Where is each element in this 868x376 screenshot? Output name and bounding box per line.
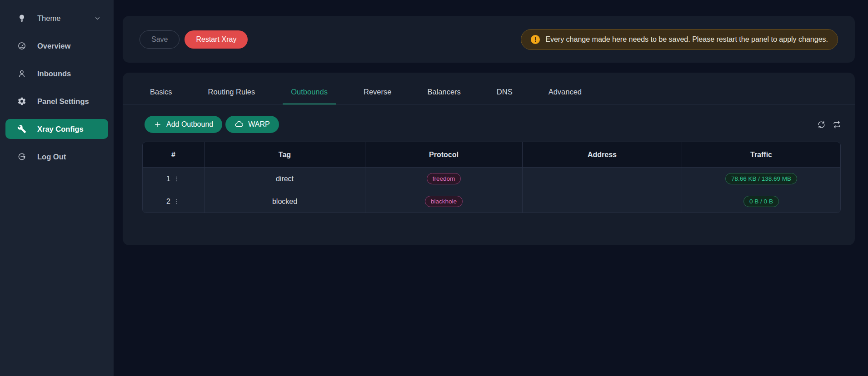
warp-label: WARP bbox=[248, 120, 269, 129]
traffic-cell: 0 B / 0 B bbox=[682, 190, 840, 213]
warp-button[interactable]: WARP bbox=[225, 116, 279, 133]
tab-basics[interactable]: Basics bbox=[150, 88, 172, 104]
sidebar-item-label: Inbounds bbox=[37, 69, 71, 78]
protocol-cell: blackhole bbox=[365, 190, 522, 213]
sidebar-item-xray-configs[interactable]: Xray Configs bbox=[5, 119, 108, 139]
table-tools bbox=[817, 120, 841, 129]
column-header-tag: Tag bbox=[204, 142, 365, 167]
warning-alert: ! Every change made here needs to be sav… bbox=[521, 29, 838, 50]
tab-label: Balancers bbox=[427, 88, 460, 96]
table-body: 1 direct freedom 78.66 KB / 138.69 MB 2 bbox=[143, 167, 840, 213]
xray-configs-card: Basics Routing Rules Outbounds Reverse B… bbox=[123, 73, 855, 245]
tab-dns[interactable]: DNS bbox=[497, 88, 513, 104]
row-index: 2 bbox=[166, 198, 170, 206]
sidebar-item-theme[interactable]: Theme bbox=[5, 8, 108, 28]
toolbar-card: Save Restart Xray ! Every change made he… bbox=[123, 16, 855, 63]
cloud-icon bbox=[234, 120, 244, 129]
repeat-icon[interactable] bbox=[833, 120, 841, 129]
save-button[interactable]: Save bbox=[140, 30, 180, 49]
address-cell bbox=[522, 168, 682, 190]
add-outbound-button[interactable]: Add Outbound bbox=[145, 116, 222, 133]
user-icon bbox=[17, 69, 26, 78]
tab-label: Basics bbox=[150, 88, 172, 96]
tab-outbounds[interactable]: Outbounds bbox=[291, 88, 328, 104]
sidebar-item-label: Xray Configs bbox=[37, 125, 84, 134]
sidebar-item-log-out[interactable]: Log Out bbox=[5, 147, 108, 167]
tab-reverse[interactable]: Reverse bbox=[364, 88, 391, 104]
protocol-cell: freedom bbox=[365, 168, 522, 190]
traffic-badge: 0 B / 0 B bbox=[743, 196, 779, 207]
tab-label: Routing Rules bbox=[208, 88, 255, 96]
bulb-icon bbox=[17, 14, 26, 23]
tab-bar: Basics Routing Rules Outbounds Reverse B… bbox=[123, 88, 855, 104]
sidebar-item-label: Overview bbox=[37, 42, 70, 50]
sidebar-item-overview[interactable]: Overview bbox=[5, 36, 108, 56]
traffic-badge: 78.66 KB / 138.69 MB bbox=[725, 173, 797, 184]
sidebar-item-label: Log Out bbox=[37, 153, 66, 161]
table-row: 1 direct freedom 78.66 KB / 138.69 MB bbox=[143, 167, 840, 190]
more-vertical-icon[interactable] bbox=[173, 198, 180, 205]
tag-cell: blocked bbox=[204, 190, 365, 213]
tab-label: Outbounds bbox=[291, 88, 328, 96]
dashboard-icon bbox=[17, 41, 26, 50]
sidebar: Theme Overview Inbounds Panel Settings X… bbox=[0, 0, 114, 376]
tab-label: Advanced bbox=[549, 88, 582, 96]
tab-label: Reverse bbox=[364, 88, 391, 96]
protocol-badge: blackhole bbox=[425, 196, 463, 207]
exclamation-circle-icon: ! bbox=[531, 35, 540, 44]
add-outbound-label: Add Outbound bbox=[166, 120, 213, 129]
tab-balancers[interactable]: Balancers bbox=[427, 88, 460, 104]
logout-icon bbox=[17, 152, 26, 161]
sidebar-item-inbounds[interactable]: Inbounds bbox=[5, 64, 108, 84]
gear-icon bbox=[17, 97, 26, 106]
column-header-address: Address bbox=[522, 142, 682, 167]
more-vertical-icon[interactable] bbox=[173, 175, 180, 183]
chevron-down-icon bbox=[94, 15, 101, 22]
tab-label: DNS bbox=[497, 88, 513, 96]
table-header-row: # Tag Protocol Address Traffic bbox=[143, 142, 840, 167]
sidebar-item-label: Panel Settings bbox=[37, 97, 89, 106]
tab-advanced[interactable]: Advanced bbox=[549, 88, 582, 104]
refresh-icon[interactable] bbox=[817, 120, 826, 129]
main-content: Save Restart Xray ! Every change made he… bbox=[114, 0, 868, 376]
protocol-badge: freedom bbox=[427, 173, 461, 184]
wrench-icon bbox=[17, 124, 26, 134]
sidebar-item-label: Theme bbox=[37, 14, 60, 23]
sidebar-item-panel-settings[interactable]: Panel Settings bbox=[5, 91, 108, 111]
traffic-cell: 78.66 KB / 138.69 MB bbox=[682, 168, 840, 190]
index-cell: 1 bbox=[143, 168, 204, 190]
actions-row: Add Outbound WARP bbox=[145, 116, 841, 133]
outbounds-table: # Tag Protocol Address Traffic 1 direct … bbox=[142, 142, 841, 213]
alert-text: Every change made here needs to be saved… bbox=[545, 35, 828, 44]
column-header-traffic: Traffic bbox=[682, 142, 840, 167]
plus-icon bbox=[154, 120, 162, 129]
sidebar-menu: Theme Overview Inbounds Panel Settings X… bbox=[0, 8, 114, 167]
table-row: 2 blocked blackhole 0 B / 0 B bbox=[143, 190, 840, 213]
restart-xray-button[interactable]: Restart Xray bbox=[185, 30, 248, 49]
column-header-index: # bbox=[143, 142, 204, 167]
tabs: Basics Routing Rules Outbounds Reverse B… bbox=[150, 88, 855, 104]
address-cell bbox=[522, 190, 682, 213]
tag-cell: direct bbox=[204, 168, 365, 190]
tab-routing-rules[interactable]: Routing Rules bbox=[208, 88, 255, 104]
column-header-protocol: Protocol bbox=[365, 142, 522, 167]
index-cell: 2 bbox=[143, 190, 204, 213]
row-index: 1 bbox=[166, 175, 170, 183]
